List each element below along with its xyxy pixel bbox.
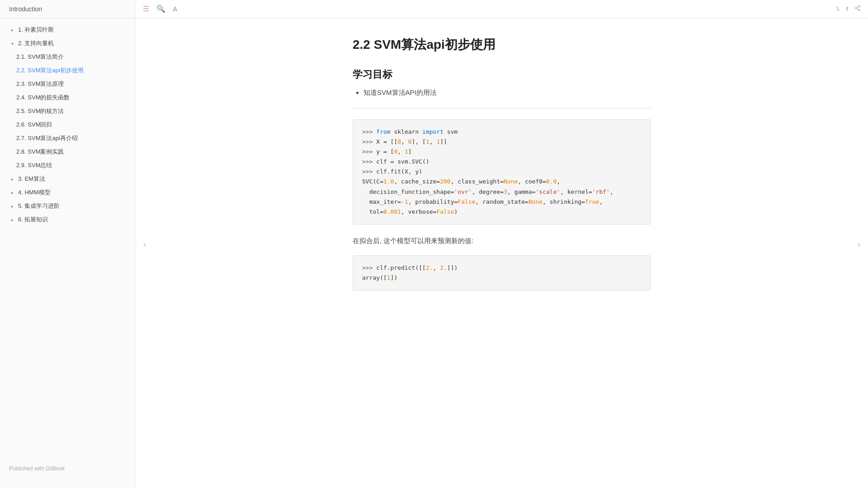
sidebar-item-label: 3. EM算法 [18, 175, 45, 183]
sidebar-item-label: 6. 拓展知识 [18, 216, 48, 224]
sidebar-item-ch2-4[interactable]: 2.4. SVM的损失函数 [0, 91, 135, 104]
sidebar-item-label: 2.9. SVM总结 [16, 161, 52, 169]
sidebar-item-label: 2.6. SVM回归 [16, 121, 52, 129]
svg-point-1 [855, 7, 857, 9]
section-heading-1: 学习目标 [353, 68, 651, 81]
sidebar-item-label: 4. HMM模型 [18, 188, 51, 197]
sidebar: Introduction ▸1. 补素贝叶斯▾2. 支持向量机2.1. SVM算… [0, 0, 136, 488]
sidebar-item-ch5[interactable]: ▸5. 集成学习进阶 [0, 199, 135, 213]
section-divider [353, 108, 651, 108]
svg-line-3 [857, 9, 859, 9]
sidebar-item-label: 2.5. SVM的核方法 [16, 107, 64, 115]
prose-text: 在拟合后, 这个模型可以用来预测新的值: [353, 235, 651, 246]
bullet-item: 知道SVM算法API的用法 [363, 89, 651, 97]
chevron-icon: ▸ [9, 216, 15, 223]
sidebar-item-ch2-6[interactable]: 2.6. SVM回归 [0, 118, 135, 131]
sidebar-item-ch2-5[interactable]: 2.5. SVM的核方法 [0, 104, 135, 118]
chevron-icon: ▸ [9, 189, 15, 196]
sidebar-item-label: 2.3. SVM算法原理 [16, 80, 64, 88]
sidebar-item-ch1[interactable]: ▸1. 补素贝叶斯 [0, 23, 135, 37]
twitter-icon[interactable]: 𝕏 [835, 5, 840, 12]
next-nav-arrow[interactable]: › [850, 230, 868, 258]
sidebar-footer: Published with GitBook [0, 458, 135, 479]
sidebar-item-ch2-3[interactable]: 2.3. SVM算法原理 [0, 77, 135, 91]
sidebar-item-ch2-7[interactable]: 2.7. SVM算法api再介绍 [0, 131, 135, 145]
sidebar-item-ch4[interactable]: ▸4. HMM模型 [0, 186, 135, 199]
main-content: 2.2 SVM算法api初步使用 学习目标 知道SVM算法API的用法 >>> … [136, 0, 868, 488]
sidebar-item-ch2[interactable]: ▾2. 支持向量机 [0, 37, 135, 50]
sidebar-item-ch2-1[interactable]: 2.1. SVM算法简介 [0, 50, 135, 64]
sidebar-header[interactable]: Introduction [0, 0, 135, 19]
sidebar-item-ch2-8[interactable]: 2.8. SVM案例实践 [0, 145, 135, 159]
share-icon[interactable] [854, 5, 861, 13]
chevron-icon: ▸ [9, 203, 15, 209]
sidebar-item-label: 1. 补素贝叶斯 [18, 26, 54, 34]
menu-icon[interactable]: ☰ [143, 5, 149, 13]
sidebar-item-label: 2. 支持向量机 [18, 39, 54, 47]
chevron-icon: ▸ [9, 27, 15, 33]
page-title: 2.2 SVM算法api初步使用 [353, 36, 651, 53]
sidebar-item-label: 2.2. SVM算法api初步使用 [16, 66, 84, 75]
content-area: 2.2 SVM算法api初步使用 学习目标 知道SVM算法API的用法 >>> … [326, 18, 678, 328]
facebook-icon[interactable]: f [846, 5, 848, 12]
sidebar-nav: ▸1. 补素贝叶斯▾2. 支持向量机2.1. SVM算法简介2.2. SVM算法… [0, 19, 135, 231]
sidebar-item-label: 2.1. SVM算法简介 [16, 53, 64, 61]
svg-point-0 [859, 5, 860, 7]
font-icon[interactable]: A [173, 5, 177, 13]
sidebar-item-ch2-2[interactable]: 2.2. SVM算法api初步使用 [0, 64, 135, 77]
sidebar-item-label: 2.7. SVM算法api再介绍 [16, 134, 78, 142]
sidebar-item-label: 2.4. SVM的损失函数 [16, 94, 70, 102]
sidebar-item-ch6[interactable]: ▸6. 拓展知识 [0, 213, 135, 226]
prev-nav-arrow[interactable]: ‹ [136, 230, 154, 258]
learning-objectives: 知道SVM算法API的用法 [353, 89, 651, 97]
chevron-icon: ▾ [9, 40, 15, 47]
svg-point-2 [859, 9, 860, 11]
sidebar-item-label: 5. 集成学习进阶 [18, 202, 60, 210]
sidebar-item-label: 2.8. SVM案例实践 [16, 148, 64, 156]
topbar-right-icons: 𝕏 f [835, 5, 861, 13]
code-block-2: >>> clf.predict([[2., 2.]]) array([1]) [353, 255, 651, 291]
search-icon[interactable]: 🔍 [156, 5, 165, 13]
topbar-left-icons: ☰ 🔍 A [143, 5, 177, 13]
code-block-1: >>> from sklearn import svm >>> X = [[0,… [353, 119, 651, 225]
topbar: ☰ 🔍 A 𝕏 f [136, 0, 868, 18]
chevron-icon: ▸ [9, 176, 15, 182]
svg-line-4 [857, 7, 859, 8]
sidebar-item-ch3[interactable]: ▸3. EM算法 [0, 172, 135, 186]
sidebar-item-ch2-9[interactable]: 2.9. SVM总结 [0, 159, 135, 172]
